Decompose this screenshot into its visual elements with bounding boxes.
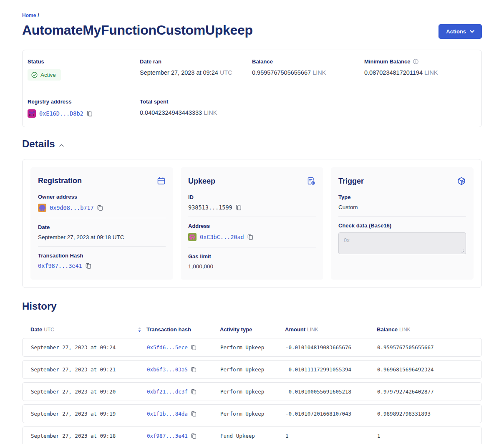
row-balance-cell: 0.989892798331893 <box>377 411 481 417</box>
check-data-textarea[interactable] <box>338 232 466 254</box>
calendar-icon <box>157 177 166 185</box>
status-label: Status <box>28 58 140 65</box>
copy-icon[interactable] <box>236 204 242 211</box>
column-header-activity[interactable]: Activity type <box>220 326 285 333</box>
cube-icon <box>457 177 466 186</box>
column-header-date[interactable]: DateUTC <box>30 326 146 333</box>
trigger-type-label: Type <box>338 194 466 200</box>
collapse-caret-icon[interactable] <box>59 144 64 147</box>
copy-icon[interactable] <box>247 234 254 240</box>
gas-limit-group: Gas limit 1,000,000 <box>188 247 316 271</box>
registration-date-label: Date <box>38 224 166 230</box>
row-activity-cell: Perform Upkeep <box>220 388 285 395</box>
amount-column-suffix: LINK <box>307 327 318 333</box>
date-ran-value: September 27, 2023 at 09:24 <box>140 69 218 76</box>
row-date-cell: September 27, 2023 at 09:21 <box>31 366 147 373</box>
row-hash-link[interactable]: 0xf987...3e41 <box>147 433 188 439</box>
copy-icon[interactable] <box>191 345 197 351</box>
row-date-cell: September 27, 2023 at 09:19 <box>31 411 147 417</box>
check-data-group: Check data (Base16) <box>338 216 466 257</box>
breadcrumb-separator: / <box>38 13 39 18</box>
upkeep-address-label: Address <box>188 223 316 229</box>
upkeep-id-value: 938513...1599 <box>188 204 232 211</box>
upkeep-address-link[interactable]: 0xC3bC...20ad <box>200 234 244 240</box>
trigger-card: Trigger Type Custom Check data (Base16) <box>331 167 474 280</box>
upkeep-id-label: ID <box>188 194 316 200</box>
amount-column-label: Amount <box>285 326 305 333</box>
date-column-label: Date <box>30 326 42 333</box>
owner-blockie-avatar <box>38 204 46 212</box>
total-spent-value: 0.04042324943443333 <box>140 109 202 116</box>
page: Home/ AutomateMyFunctionCustomUpkeep Act… <box>0 0 504 444</box>
balance-column-label: Balance <box>377 326 398 333</box>
row-hash-link[interactable]: 0xbf21...dc3f <box>147 388 188 395</box>
row-amount-cell: -0.010104819083665676 <box>285 344 377 351</box>
total-spent-suffix: LINK <box>204 109 217 116</box>
sort-icon[interactable] <box>138 327 141 332</box>
upkeep-card: Upkeep ID 938513...1599 Address <box>181 167 323 280</box>
balance-field: Balance 0.9595767505655667 LINK <box>252 58 364 81</box>
trigger-type-group: Type Custom <box>338 193 466 216</box>
total-spent-label: Total spent <box>140 98 252 105</box>
copy-icon[interactable] <box>86 263 92 269</box>
registration-date-value: September 27, 2023 at 09:18 UTC <box>38 234 166 240</box>
transaction-hash-label: Transaction Hash <box>38 252 166 259</box>
details-card: Registration Owner address 0x9d08...b717 <box>22 159 482 288</box>
owner-address-link[interactable]: 0x9d08...b717 <box>50 204 94 211</box>
hash-column-label: Transaction hash <box>146 326 191 333</box>
table-row: September 27, 2023 at 09:18 0xf987...3e4… <box>22 426 482 444</box>
min-balance-label: Minimum Balance <box>364 58 411 65</box>
upkeep-id-group: ID 938513...1599 <box>188 193 316 217</box>
row-hash-link[interactable]: 0xb6f3...03a5 <box>147 366 188 373</box>
date-ran-suffix: UTC <box>220 69 232 76</box>
history-table-header: DateUTC Transaction hash Activity type A… <box>22 326 482 333</box>
column-header-amount[interactable]: AmountLINK <box>285 326 377 333</box>
row-hash-link[interactable]: 0x5fd6...5ece <box>147 344 188 351</box>
registration-tx-link[interactable]: 0xf987...3e41 <box>38 262 82 269</box>
registry-field: Registry address 0xE16D...D8b2 <box>28 98 140 118</box>
copy-icon[interactable] <box>191 367 197 373</box>
copy-icon[interactable] <box>97 205 103 211</box>
row-date-cell: September 27, 2023 at 09:24 <box>31 344 147 351</box>
upkeep-blockie-avatar <box>188 233 197 241</box>
info-icon[interactable] <box>413 59 418 64</box>
row-balance-cell: 1 <box>377 433 481 439</box>
copy-icon[interactable] <box>191 433 197 439</box>
registry-label: Registry address <box>28 98 140 105</box>
min-balance-value: 0.0870234817201194 <box>364 69 423 76</box>
row-hash-link[interactable]: 0x1f1b...84da <box>147 411 188 417</box>
table-row: September 27, 2023 at 09:20 0xbf21...dc3… <box>22 382 482 401</box>
row-activity-cell: Fund Upkeep <box>220 433 285 439</box>
date-ran-label: Date ran <box>140 58 252 65</box>
row-balance-cell: 0.9595767505655667 <box>377 344 481 351</box>
copy-icon[interactable] <box>191 411 197 417</box>
status-badge-label: Active <box>40 72 56 78</box>
copy-icon[interactable] <box>191 389 197 395</box>
column-header-hash[interactable]: Transaction hash <box>146 326 220 333</box>
row-amount-cell: -0.010107201668107043 <box>285 411 377 417</box>
gas-limit-value: 1,000,000 <box>188 263 316 270</box>
registry-address-link[interactable]: 0xE16D...D8b2 <box>39 110 83 117</box>
details-heading: Details <box>22 138 55 150</box>
row-amount-cell: -0.010111172991055394 <box>285 366 377 373</box>
row-activity-cell: Perform Upkeep <box>220 411 285 417</box>
activity-column-label: Activity type <box>220 326 252 333</box>
column-header-balance[interactable]: BalanceLINK <box>377 326 482 333</box>
copy-icon[interactable] <box>87 111 93 117</box>
chevron-down-icon <box>470 30 474 33</box>
breadcrumb-home-link[interactable]: Home <box>22 13 36 18</box>
check-data-label: Check data (Base16) <box>338 222 466 229</box>
registration-title: Registration <box>38 177 82 185</box>
history-rows: September 27, 2023 at 09:24 0x5fd6...5ec… <box>22 338 482 444</box>
transaction-hash-group: Transaction Hash 0xf987...3e41 <box>38 246 166 271</box>
min-balance-suffix: LINK <box>424 69 438 76</box>
table-row: September 27, 2023 at 09:21 0xb6f3...03a… <box>22 360 482 379</box>
balance-value: 0.9595767505655667 <box>252 69 311 76</box>
actions-button[interactable]: Actions <box>438 24 482 39</box>
upkeep-title: Upkeep <box>188 177 215 186</box>
min-balance-field: Minimum Balance 0.0870234817201194 LINK <box>364 58 476 81</box>
owner-address-label: Owner address <box>38 194 166 200</box>
status-badge: Active <box>28 69 61 81</box>
date-ran-field: Date ran September 27, 2023 at 09:24 UTC <box>140 58 252 81</box>
row-activity-cell: Perform Upkeep <box>220 366 285 373</box>
